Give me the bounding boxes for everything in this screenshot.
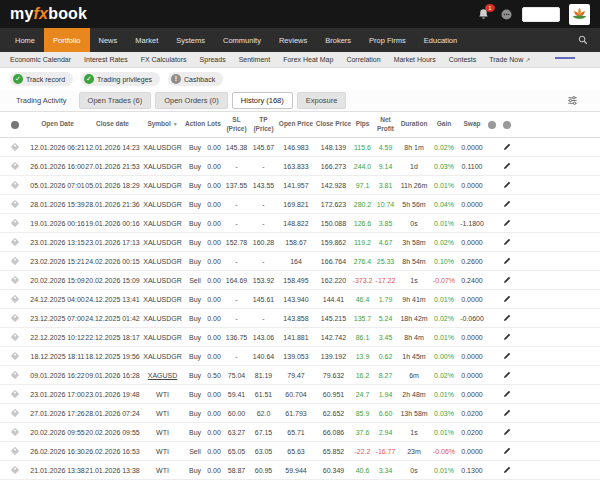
edit-trade-button[interactable]	[503, 390, 511, 398]
table-settings-button[interactable]	[567, 95, 592, 106]
cell-lots: 0.00	[205, 252, 223, 271]
edit-trade-button[interactable]	[503, 333, 511, 341]
nav-item-home[interactable]: Home	[6, 28, 44, 52]
table-row: 23.01.2026 13:15 23.01.2026 17:13 XALUSD…	[0, 233, 600, 252]
cell-close-price: 166.273	[315, 157, 352, 176]
cell-close-date: 26.02.2026 16:53	[85, 442, 140, 461]
tab-exposure[interactable]: Exposure	[297, 92, 347, 109]
tab-open-trades-6[interactable]: Open Trades (6)	[79, 92, 152, 109]
table-row: 18.12.2025 18:11 18.12.2025 19:56 XALUSD…	[0, 347, 600, 366]
header-open-date[interactable]: Open Date	[30, 112, 85, 138]
edit-trade-button[interactable]	[503, 181, 511, 189]
header-tp[interactable]: TP(Price)	[250, 112, 277, 138]
nav-item-education[interactable]: Education	[415, 28, 466, 52]
tag-icon	[11, 408, 19, 416]
header-sl[interactable]: SL(Price)	[223, 112, 250, 138]
edit-trade-button[interactable]	[503, 428, 511, 436]
edit-trade-button[interactable]	[503, 257, 511, 265]
edit-trade-button[interactable]	[503, 162, 511, 170]
subnav-item-sentiment[interactable]: Sentiment	[239, 56, 271, 63]
header-action[interactable]: Action	[185, 112, 205, 138]
subnav-item-fx-calculators[interactable]: FX Calculators	[141, 56, 187, 63]
cell-open-date: 20.02.2026 15:09	[30, 271, 85, 290]
cell-duration: 8h 1m	[398, 138, 430, 157]
cell-open-price: 148.822	[277, 214, 315, 233]
badge-cashback[interactable]: !Cashback	[168, 72, 223, 86]
notifications-button[interactable]: 1	[477, 7, 491, 21]
check-icon: ✓	[13, 74, 23, 84]
table-row: 21.01.2026 13:38 21.01.2026 13:38 WTI Bu…	[0, 461, 600, 480]
header-close-date[interactable]: Close date	[85, 112, 140, 138]
nav-item-community[interactable]: Community	[214, 28, 270, 52]
subnav-item-trade-now[interactable]: Trade Now↗	[489, 56, 530, 63]
symbol-link: XALUSDGR	[143, 277, 182, 284]
subnav-item-spreads[interactable]: Spreads	[200, 56, 226, 63]
nav-item-systems[interactable]: Systems	[167, 28, 214, 52]
cell-sl: 156.4	[223, 480, 250, 483]
nav-item-prop-firms[interactable]: Prop Firms	[360, 28, 415, 52]
cell-action: Buy	[185, 480, 205, 483]
header-open-price[interactable]: Open Price	[277, 112, 315, 138]
nav-item-portfolio[interactable]: Portfolio	[44, 28, 90, 52]
cell-open-price: 158.495	[277, 271, 315, 290]
header-close-price[interactable]: Close Price	[315, 112, 352, 138]
edit-trade-button[interactable]	[503, 314, 511, 322]
cell-lots: 0.00	[205, 176, 223, 195]
header-info-column	[486, 112, 498, 138]
cell-gain: 0.01%	[430, 461, 458, 480]
pencil-icon	[503, 143, 511, 151]
edit-trade-button[interactable]	[503, 371, 511, 379]
edit-trade-button[interactable]	[503, 352, 511, 360]
tab-open-orders-0[interactable]: Open Orders (0)	[155, 92, 228, 109]
cell-open-date: 09.01.2026 16:22	[30, 366, 85, 385]
symbol-link: XALUSDGR	[143, 258, 182, 265]
edit-trade-button[interactable]	[503, 447, 511, 455]
nav-item-brokers[interactable]: Brokers	[316, 28, 360, 52]
cell-duration: 23m	[398, 442, 430, 461]
cell-pips: 86.1	[352, 328, 373, 347]
nav-item-market[interactable]: Market	[126, 28, 167, 52]
tab-trading-activity[interactable]: Trading Activity	[8, 93, 75, 108]
header-gain[interactable]: Gain	[430, 112, 458, 138]
subnav-item-economic-calendar[interactable]: Economic Calendar	[10, 56, 71, 63]
header-pips[interactable]: Pips	[352, 112, 373, 138]
subnav-item-market-hours[interactable]: Market Hours	[394, 56, 436, 63]
nav-item-news[interactable]: News	[90, 28, 127, 52]
edit-trade-button[interactable]	[503, 200, 511, 208]
edit-trade-button[interactable]	[503, 276, 511, 284]
header-duration[interactable]: Duration	[398, 112, 430, 138]
cell-close-date: 24.02.2026 00:15	[85, 252, 140, 271]
search-button[interactable]	[572, 28, 594, 52]
badge-track-record[interactable]: ✓Track record	[10, 72, 73, 86]
header-symbol[interactable]: Symbol ▼	[140, 112, 185, 138]
subnav-item-forex-heat-map[interactable]: Forex Heat Map	[283, 56, 333, 63]
header-lots[interactable]: Lots	[205, 112, 223, 138]
badge-trading-privileges[interactable]: ✓Trading privileges	[81, 72, 160, 86]
broker-logo[interactable]	[569, 4, 590, 25]
nav-item-reviews[interactable]: Reviews	[270, 28, 316, 52]
cell-swap: 0.0200	[458, 404, 486, 423]
cell-sl: -	[223, 290, 250, 309]
symbol-link[interactable]: XAGUSD	[148, 372, 178, 379]
edit-trade-button[interactable]	[503, 143, 511, 151]
subnav-item-contests[interactable]: Contests	[449, 56, 477, 63]
edit-trade-button[interactable]	[503, 466, 511, 474]
edit-trade-button[interactable]	[503, 409, 511, 417]
header-swap[interactable]: Swap	[458, 112, 486, 138]
edit-trade-button[interactable]	[503, 219, 511, 227]
header-net-profit[interactable]: Net Profit	[373, 112, 398, 138]
subnav-item-interest-rates[interactable]: Interest Rates	[84, 56, 128, 63]
cell-swap: 0.0000	[458, 347, 486, 366]
myfxbook-logo[interactable]: myfxbook	[10, 5, 87, 23]
subnav-item-label: FX Calculators	[141, 56, 187, 63]
cell-duration: 1s	[398, 423, 430, 442]
logo-my: my	[10, 5, 34, 22]
cell-swap: 0.0000	[458, 290, 486, 309]
tab-history-168[interactable]: History (168)	[232, 92, 293, 109]
chat-icon[interactable]	[500, 8, 513, 21]
account-box[interactable]	[522, 7, 560, 22]
edit-trade-button[interactable]	[503, 295, 511, 303]
cell-pips: 244.0	[352, 157, 373, 176]
subnav-item-correlation[interactable]: Correlation	[346, 56, 380, 63]
edit-trade-button[interactable]	[503, 238, 511, 246]
